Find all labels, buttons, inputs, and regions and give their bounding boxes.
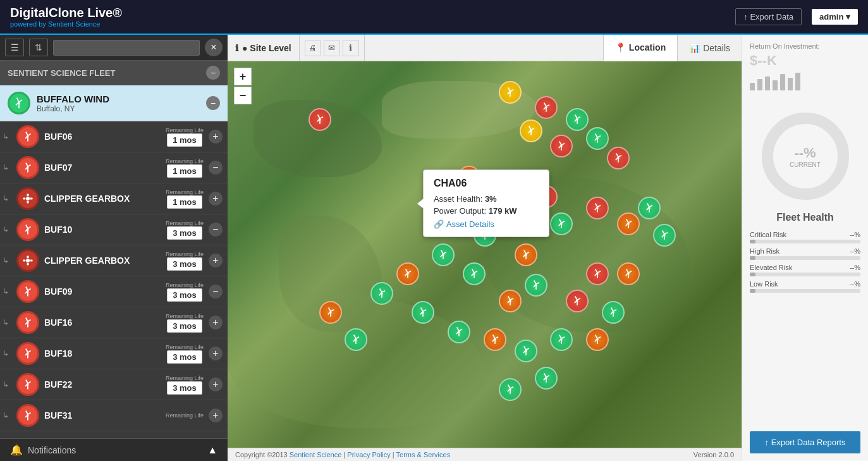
admin-button[interactable]: admin ▾ bbox=[812, 9, 858, 25]
turbine-marker[interactable] bbox=[638, 197, 661, 219]
sidebar-close-button[interactable]: × bbox=[205, 39, 223, 56]
asset-remaining: Remaining Life 3 mos bbox=[166, 220, 204, 240]
turbine-marker[interactable] bbox=[566, 108, 589, 131]
risk-bars: Critical Risk --% High Risk --% Elevated… bbox=[750, 231, 860, 297]
asset-action-button[interactable]: + bbox=[209, 254, 223, 267]
turbine-marker[interactable] bbox=[499, 81, 522, 104]
footer-sentient-link[interactable]: Sentient Science bbox=[290, 451, 342, 458]
asset-item[interactable]: ↳ BUF16 Remaining Life 3 mos + bbox=[0, 307, 228, 338]
turbine-marker[interactable] bbox=[520, 120, 542, 142]
print-button[interactable]: 🖨 bbox=[305, 40, 321, 56]
asset-action-button[interactable]: + bbox=[209, 130, 223, 144]
map-viewport[interactable]: + − CHA06 Asset Health: 3% Power Output:… bbox=[228, 61, 742, 448]
turbine-marker[interactable] bbox=[586, 127, 609, 150]
risk-row: Critical Risk --% bbox=[750, 231, 860, 238]
turbine-marker[interactable] bbox=[345, 328, 367, 351]
svg-line-92 bbox=[618, 156, 621, 157]
asset-item[interactable]: ↳ CLIPPER GEARBOX Remaining Life 3 mos + bbox=[0, 245, 228, 276]
svg-line-2 bbox=[19, 100, 22, 102]
turbine-marker[interactable] bbox=[550, 135, 573, 157]
turbine-marker[interactable] bbox=[550, 328, 573, 351]
svg-line-162 bbox=[577, 298, 580, 300]
turbine-marker[interactable] bbox=[319, 301, 342, 324]
turbine-marker[interactable] bbox=[412, 301, 434, 324]
turbine-svg bbox=[453, 326, 465, 338]
asset-item[interactable]: ↳ BUF22 Remaining Life 3 mos + bbox=[0, 369, 228, 400]
asset-item[interactable]: ↳ BUF18 Remaining Life 3 mos + bbox=[0, 338, 228, 369]
risk-bar-fill bbox=[750, 256, 755, 260]
asset-item[interactable]: ↳ BUF07 Remaining Life 1 mos − bbox=[0, 152, 228, 183]
notifications-bar[interactable]: 🔔 Notifications ▲ bbox=[0, 438, 228, 461]
turbine-marker[interactable] bbox=[525, 274, 547, 297]
sort-icon: ⇅ bbox=[35, 42, 42, 52]
turbine-marker[interactable] bbox=[370, 282, 393, 305]
asset-item[interactable]: ↳ BUF06 Remaining Life 1 mos + bbox=[0, 121, 228, 152]
asset-item[interactable]: ↳ CLIPPER GEARBOX Remaining Life 1 mos + bbox=[0, 183, 228, 214]
zoom-out-button[interactable]: − bbox=[234, 87, 252, 104]
sidebar-search-input[interactable] bbox=[53, 40, 200, 56]
map-zoom-controls: + − bbox=[234, 68, 252, 104]
filter-button[interactable]: ☰ bbox=[5, 39, 24, 56]
turbine-marker[interactable] bbox=[617, 262, 640, 285]
asset-item[interactable]: ↳ BUF10 Remaining Life 3 mos − bbox=[0, 214, 228, 245]
fleet-header: SENTIENT SCIENCE FLEET − bbox=[0, 61, 228, 85]
fleet-collapse-button[interactable]: − bbox=[206, 66, 220, 80]
turbine-marker[interactable] bbox=[499, 378, 522, 401]
turbine-marker[interactable] bbox=[396, 262, 419, 285]
asset-action-button[interactable]: + bbox=[209, 347, 223, 360]
svg-line-146 bbox=[663, 230, 664, 234]
turbine-marker[interactable] bbox=[586, 328, 609, 351]
site-item-buffalo-wind[interactable]: BUFFALO WIND Buffalo, NY − bbox=[0, 85, 228, 121]
risk-section: High Risk --% bbox=[750, 247, 860, 260]
turbine-marker[interactable] bbox=[535, 96, 558, 119]
asset-action-button[interactable]: + bbox=[209, 192, 223, 206]
turbine-marker[interactable] bbox=[448, 321, 470, 343]
tab-details[interactable]: 📊 Details bbox=[677, 35, 742, 61]
turbine-marker[interactable] bbox=[586, 262, 609, 285]
turbine-marker[interactable] bbox=[550, 212, 573, 235]
asset-details-link[interactable]: 🔗 Asset Details bbox=[434, 219, 539, 229]
svg-line-127 bbox=[561, 221, 565, 223]
sort-button[interactable]: ⇅ bbox=[29, 39, 48, 56]
turbine-marker[interactable] bbox=[309, 108, 331, 131]
turbine-marker[interactable] bbox=[586, 197, 609, 219]
info-button[interactable]: ℹ bbox=[343, 40, 359, 56]
asset-item[interactable]: ↳ BUF09 Remaining Life 3 mos − bbox=[0, 276, 228, 307]
asset-icon bbox=[16, 218, 39, 241]
tab-location[interactable]: 📍 Location bbox=[603, 35, 677, 61]
turbine-marker[interactable] bbox=[515, 340, 537, 362]
site-collapse-button[interactable]: − bbox=[206, 96, 220, 110]
risk-label: Critical Risk bbox=[750, 231, 786, 238]
turbine-marker[interactable] bbox=[499, 290, 522, 312]
svg-line-222 bbox=[561, 337, 565, 339]
footer-terms-link[interactable]: Terms & Services bbox=[396, 451, 451, 458]
footer-privacy-link[interactable]: Privacy Policy bbox=[347, 451, 390, 458]
zoom-in-button[interactable]: + bbox=[234, 68, 252, 85]
asset-action-button[interactable]: − bbox=[209, 223, 223, 237]
asset-icon bbox=[16, 311, 39, 334]
asset-action-button[interactable]: − bbox=[209, 161, 223, 175]
remaining-value: 3 mos bbox=[167, 319, 202, 333]
turbine-marker[interactable] bbox=[432, 243, 455, 266]
turbine-marker[interactable] bbox=[484, 328, 506, 351]
asset-item[interactable]: ↳ BUF31 Remaining Life + bbox=[0, 400, 228, 431]
svg-rect-27 bbox=[27, 263, 29, 266]
asset-action-button[interactable]: − bbox=[209, 285, 223, 298]
turbine-marker[interactable] bbox=[515, 243, 537, 266]
turbine-marker[interactable] bbox=[535, 367, 558, 390]
turbine-marker[interactable] bbox=[653, 224, 676, 247]
turbine-marker[interactable] bbox=[607, 147, 630, 169]
asset-icon bbox=[16, 249, 39, 272]
export-data-button[interactable]: ↑ Export Data bbox=[735, 8, 802, 25]
turbine-marker[interactable] bbox=[566, 290, 589, 312]
asset-action-button[interactable]: + bbox=[209, 316, 223, 329]
site-info: BUFFALO WIND Buffalo, NY bbox=[37, 94, 109, 113]
turbine-marker[interactable] bbox=[463, 262, 486, 285]
asset-action-button[interactable]: + bbox=[209, 409, 223, 422]
email-button[interactable]: ✉ bbox=[324, 40, 340, 56]
risk-bar-bg bbox=[750, 240, 860, 243]
asset-action-button[interactable]: + bbox=[209, 378, 223, 391]
turbine-marker[interactable] bbox=[602, 301, 625, 324]
export-reports-button[interactable]: ↑ Export Data Reports bbox=[750, 431, 860, 453]
turbine-marker[interactable] bbox=[617, 212, 640, 235]
